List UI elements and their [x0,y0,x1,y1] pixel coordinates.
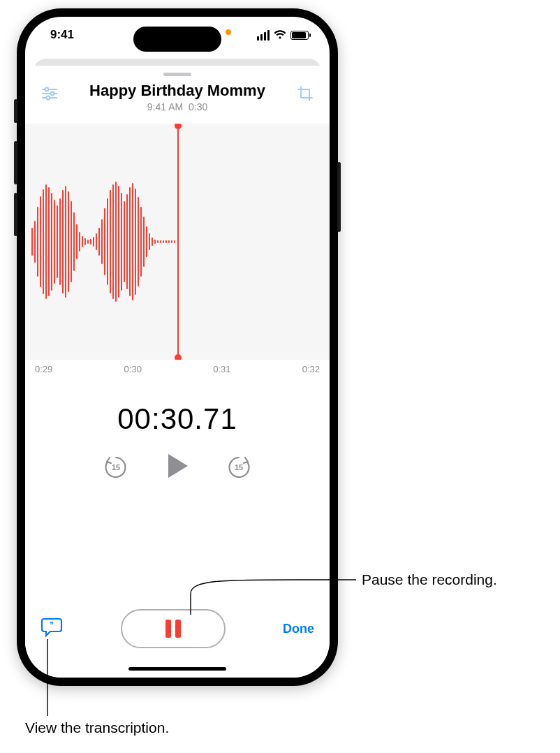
phone-frame: 9:41 Happy Birthday Mommy 9:41 AM [17,8,338,686]
recording-duration-label: 0:30 [189,101,207,112]
pause-recording-button[interactable] [121,609,226,648]
recording-sheet: Happy Birthday Mommy 9:41 AM 0:30 [25,66,330,678]
tick-label: 0:32 [302,364,320,374]
skip-back-15-button[interactable]: 15 [103,454,129,481]
skip-forward-15-button[interactable]: 15 [226,454,252,481]
side-button-silent [14,99,17,123]
tick-label: 0:31 [213,364,230,374]
svg-point-3 [51,92,54,96]
wifi-icon [274,30,286,40]
recording-indicator-dot [226,29,231,35]
svg-point-5 [47,96,50,100]
play-button[interactable] [165,453,189,482]
callout-pause: Pause the recording. [362,571,497,588]
side-button-volume-down [14,193,17,236]
done-button[interactable]: Done [283,622,314,636]
status-bar: 9:41 [25,17,330,53]
svg-text:15: 15 [235,463,243,471]
transcription-button[interactable]: ” [40,617,63,641]
status-time: 9:41 [50,28,74,42]
svg-text:”: ” [50,620,54,630]
tick-label: 0:30 [124,364,142,374]
trim-crop-icon[interactable] [293,82,317,105]
recording-subtitle: 9:41 AM 0:30 [61,101,293,112]
pause-icon [165,620,171,638]
pause-icon [175,620,181,638]
recording-title[interactable]: Happy Birthday Mommy [61,82,293,100]
side-button-volume-up [14,141,17,184]
settings-sliders-icon[interactable] [38,82,61,105]
timeline-ticks: 0:29 0:30 0:31 0:32 [25,360,330,374]
screen: 9:41 Happy Birthday Mommy 9:41 AM [25,17,330,678]
elapsed-time: 00:30.71 [25,402,330,436]
dynamic-island [133,27,221,52]
callout-transcription: View the transcription. [25,719,169,736]
svg-text:15: 15 [112,463,120,471]
status-right-icons [257,30,309,41]
waveform-area[interactable] [25,124,330,360]
battery-icon [290,31,309,40]
recording-time-label: 9:41 AM [147,101,183,112]
speech-bubble-quote-icon: ” [40,617,63,638]
side-button-power [337,162,341,232]
home-indicator[interactable] [128,667,226,671]
tick-label: 0:29 [35,364,52,374]
svg-point-1 [45,88,49,92]
signal-icon [257,30,270,41]
sheet-grabber[interactable] [163,73,191,76]
playhead[interactable] [177,124,179,360]
